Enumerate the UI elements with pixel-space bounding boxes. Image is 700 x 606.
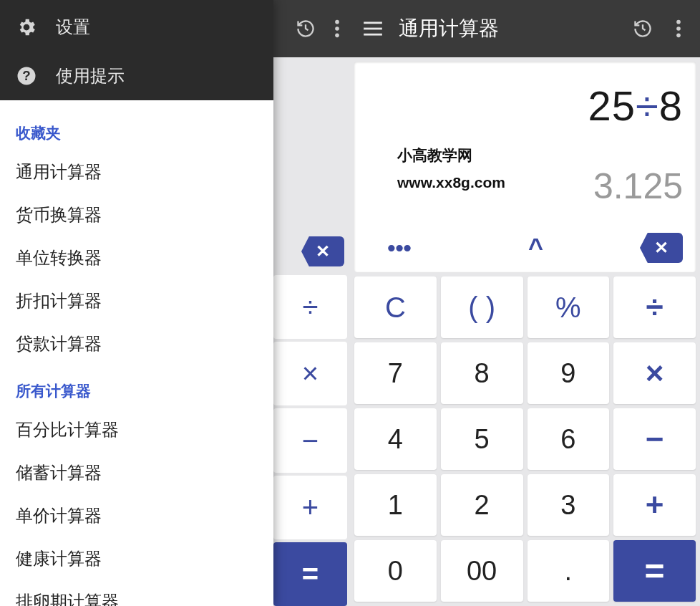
drawer-settings-label: 设置 — [56, 16, 90, 39]
left-operator-column: ÷ × − + = — [273, 274, 350, 606]
expr-operand-b: 8 — [659, 82, 683, 129]
plus-key[interactable]: + — [613, 474, 696, 536]
overflow-menu-icon[interactable] — [664, 14, 693, 43]
toolbar: 通用计算器 — [350, 0, 700, 57]
svg-point-10 — [676, 34, 681, 38]
key-2[interactable]: 2 — [441, 474, 523, 536]
fav-item-loan[interactable]: 贷款计算器 — [0, 322, 273, 365]
key-dot[interactable]: . — [528, 540, 610, 602]
multiply-key[interactable]: × — [273, 342, 347, 405]
svg-point-1 — [335, 27, 339, 31]
svg-point-0 — [335, 20, 339, 24]
favorites-section-title: 收藏夹 — [0, 107, 273, 150]
multiply-key[interactable]: × — [613, 342, 696, 404]
plus-key[interactable]: + — [273, 476, 347, 539]
app-title: 通用计算器 — [399, 15, 621, 42]
equals-key[interactable]: = — [613, 540, 696, 602]
key-6[interactable]: 6 — [528, 408, 610, 470]
history-icon[interactable] — [296, 19, 316, 39]
backspace-button[interactable]: ✕ — [640, 233, 683, 263]
all-section-title: 所有计算器 — [0, 365, 273, 408]
aux-row: ••• ^ ✕ — [354, 228, 696, 272]
key-3[interactable]: 3 — [528, 474, 610, 536]
paren-key[interactable]: ( ) — [441, 276, 523, 338]
watermark-line2: www.xx8g.com — [397, 169, 505, 196]
key-9[interactable]: 9 — [528, 342, 610, 404]
key-8[interactable]: 8 — [441, 342, 523, 404]
key-5[interactable]: 5 — [441, 408, 523, 470]
equals-key[interactable]: = — [273, 542, 347, 606]
fav-item-discount[interactable]: 折扣计算器 — [0, 279, 273, 322]
expr-operator: ÷ — [636, 82, 659, 129]
svg-point-9 — [676, 27, 681, 31]
key-0[interactable]: 0 — [354, 540, 437, 602]
clear-key[interactable]: C — [354, 276, 437, 338]
left-toolbar-partial — [273, 0, 350, 57]
keypad: C ( ) % ÷ 7 8 9 × 4 5 6 − 1 2 3 + 0 00 .… — [354, 276, 696, 602]
divide-key[interactable]: ÷ — [273, 275, 347, 339]
expr-operand-a: 25 — [588, 82, 636, 129]
svg-point-8 — [676, 20, 681, 24]
drawer-tips-label: 使用提示 — [56, 64, 125, 87]
left-screen-drawer-open: ✕ ÷ × − + = 设置 ? — [0, 0, 350, 606]
navigation-drawer: 设置 ? 使用提示 收藏夹 通用计算器 货币换算器 单位转换器 折扣计算器 贷款… — [0, 0, 273, 606]
help-icon: ? — [16, 65, 37, 87]
watermark: 小高教学网 www.xx8g.com — [397, 142, 505, 196]
left-display-partial: ✕ — [273, 57, 350, 274]
all-item-health[interactable]: 健康计算器 — [0, 537, 273, 580]
fav-item-currency[interactable]: 货币换算器 — [0, 193, 273, 236]
svg-text:?: ? — [22, 68, 30, 83]
key-00[interactable]: 00 — [441, 540, 523, 602]
watermark-line1: 小高教学网 — [397, 142, 505, 169]
key-7[interactable]: 7 — [354, 342, 437, 404]
backspace-button[interactable]: ✕ — [301, 236, 344, 266]
more-button[interactable]: ••• — [367, 235, 432, 261]
all-item-savings[interactable]: 储蓄计算器 — [0, 451, 273, 494]
all-item-ovulation[interactable]: 排卵期计算器 — [0, 580, 273, 606]
gear-icon — [16, 16, 37, 38]
fav-item-unit[interactable]: 单位转换器 — [0, 236, 273, 279]
key-1[interactable]: 1 — [354, 474, 437, 536]
drawer-settings[interactable]: 设置 — [0, 3, 273, 52]
all-item-percent[interactable]: 百分比计算器 — [0, 408, 273, 451]
expression: 25÷8 — [354, 62, 696, 130]
fav-item-general-calc[interactable]: 通用计算器 — [0, 150, 273, 193]
hamburger-icon[interactable] — [357, 13, 389, 44]
percent-key[interactable]: % — [528, 276, 610, 338]
drawer-tips[interactable]: ? 使用提示 — [0, 52, 273, 100]
key-4[interactable]: 4 — [354, 408, 437, 470]
all-item-unitprice[interactable]: 单价计算器 — [0, 494, 273, 537]
divide-key[interactable]: ÷ — [613, 276, 696, 338]
overflow-menu-icon[interactable] — [334, 19, 340, 39]
caret-button[interactable]: ^ — [504, 233, 568, 263]
svg-point-2 — [335, 34, 339, 38]
history-icon[interactable] — [628, 14, 657, 43]
calculator-display: 小高教学网 www.xx8g.com 25÷8 3.125 ••• ^ ✕ — [354, 62, 696, 272]
minus-key[interactable]: − — [273, 408, 347, 472]
right-screen-calculator: 通用计算器 小高教学网 www.xx8g.com 25÷8 3.125 ••• … — [350, 0, 700, 606]
minus-key[interactable]: − — [613, 408, 696, 470]
